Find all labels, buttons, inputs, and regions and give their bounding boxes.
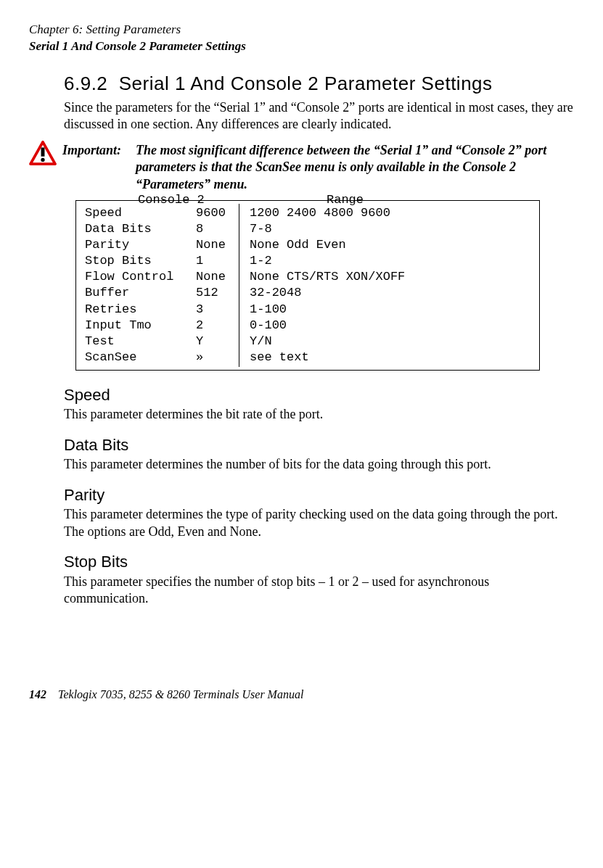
subsection-heading: Stop Bits: [64, 552, 574, 573]
manual-title: Teklogix 7035, 8255 & 8260 Terminals Use…: [58, 688, 303, 700]
subsection-heading: Speed: [64, 385, 574, 406]
table-col-range: 1200 2400 4800 9600 7-8 None Odd Even 1-…: [239, 204, 411, 367]
section-heading: 6.9.2 Serial 1 And Console 2 Parameter S…: [64, 72, 574, 96]
warning-icon: [29, 141, 57, 170]
section-title: Serial 1 And Console 2 Parameter Setting…: [119, 73, 493, 94]
section-number: 6.9.2: [64, 73, 107, 94]
section-intro: Since the parameters for the “Serial 1” …: [64, 99, 574, 133]
subsection-heading: Data Bits: [64, 435, 574, 456]
table-col-settings: Speed 9600 Data Bits 8 Parity None Stop …: [76, 204, 239, 367]
page-number: 142: [29, 688, 46, 700]
important-text: The most significant difference between …: [136, 142, 574, 193]
subsection-heading: Parity: [64, 485, 574, 506]
subsection-paragraph: This parameter determines the type of pa…: [64, 506, 574, 540]
important-label: Important:: [62, 142, 121, 159]
running-head-subtitle: Serial 1 And Console 2 Parameter Setting…: [29, 38, 574, 54]
subsection-paragraph: This parameter determines the bit rate o…: [64, 406, 574, 423]
subsection-paragraph: This parameter specifies the number of s…: [64, 574, 574, 608]
page-footer: 142 Teklogix 7035, 8255 & 8260 Terminals…: [29, 687, 574, 703]
running-head-chapter: Chapter 6: Setting Parameters: [29, 22, 574, 38]
important-note: Important: The most significant differen…: [29, 142, 574, 193]
subsection-paragraph: This parameter determines the number of …: [64, 456, 574, 473]
svg-rect-1: [41, 147, 45, 156]
parameter-table: Console 2 Range Speed 9600 Data Bits 8 P…: [75, 200, 540, 371]
svg-point-2: [41, 158, 44, 162]
